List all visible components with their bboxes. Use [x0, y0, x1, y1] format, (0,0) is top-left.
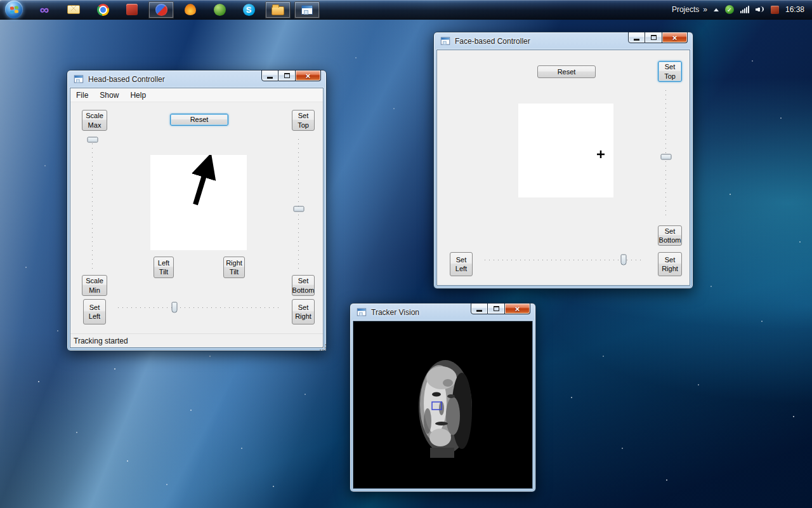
head-horizontal-slider-thumb[interactable]: [171, 302, 177, 313]
face-window-client-area: Reset Set Top Set Bottom Set Left Set Ri…: [437, 50, 690, 285]
start-button[interactable]: [5, 1, 23, 18]
taskbar-icon-visual-studio[interactable]: ∞: [32, 1, 57, 18]
projects-toolbar[interactable]: Projects »: [672, 5, 707, 14]
minimize-button[interactable]: [261, 70, 278, 81]
volume-icon[interactable]: [756, 6, 764, 13]
face-set-top-button[interactable]: Set Top: [658, 61, 682, 82]
close-icon: ×: [306, 71, 311, 81]
minimize-icon: [476, 310, 482, 312]
security-check-icon[interactable]: ✓: [725, 5, 734, 14]
taskbar-right-area: Projects » ✓ 16:38: [672, 5, 812, 14]
hidden-icons-chevron-icon[interactable]: [714, 8, 719, 11]
window-title: Face-based Controller: [455, 37, 530, 46]
camera-feed-display: [353, 321, 532, 488]
status-bar: Tracking started: [70, 333, 323, 347]
close-button[interactable]: ×: [505, 303, 530, 314]
app-window-icon: [357, 309, 366, 316]
window-caption-buttons: ×: [471, 303, 530, 314]
head-reset-button[interactable]: Reset: [170, 114, 228, 126]
head-window-client-area: Scale Max Reset Set Top Left Tilt Right …: [70, 102, 323, 333]
tracker-window-client-area: [353, 321, 532, 488]
toolbar-overflow-chevron-icon[interactable]: »: [703, 5, 707, 14]
maximize-button[interactable]: [488, 303, 505, 314]
face-vertical-slider[interactable]: [660, 88, 672, 220]
window-caption-buttons: ×: [261, 70, 321, 81]
maximize-icon: [651, 35, 657, 40]
flame-app-icon: [185, 4, 196, 15]
menu-show[interactable]: Show: [94, 89, 124, 102]
taskbar: ∞ S Projects » ✓ 16:38: [0, 0, 812, 20]
face-set-right-button[interactable]: Set Right: [658, 252, 682, 276]
head-right-tilt-button[interactable]: Right Tilt: [223, 257, 245, 278]
close-button[interactable]: ×: [296, 70, 321, 81]
head-horizontal-slider[interactable]: [116, 301, 282, 314]
tray-red-app-icon[interactable]: [771, 6, 779, 14]
taskbar-icon-flame-app[interactable]: [178, 1, 203, 18]
maximize-button[interactable]: [278, 70, 296, 81]
face-set-left-button[interactable]: Set Left: [450, 252, 473, 276]
close-button[interactable]: ×: [662, 32, 688, 43]
minimize-icon: [634, 39, 639, 41]
projects-toolbar-label: Projects: [672, 5, 699, 14]
taskbar-icon-strip: ∞ S: [32, 1, 320, 18]
face-vertical-slider-thumb[interactable]: [661, 154, 672, 160]
red-app-icon: [126, 4, 138, 15]
head-vertical-slider[interactable]: [293, 137, 304, 271]
minimize-icon: [267, 77, 273, 79]
close-icon: ×: [515, 304, 520, 314]
resize-grip[interactable]: [320, 344, 321, 345]
head-scale-slider[interactable]: [87, 137, 98, 271]
face-reset-button[interactable]: Reset: [537, 65, 596, 78]
menu-help[interactable]: Help: [124, 89, 152, 102]
face-horizontal-slider[interactable]: [483, 253, 646, 266]
face-controller-window: Face-based Controller × Reset Set Top Se…: [433, 32, 693, 289]
menu-bar: File Show Help: [70, 88, 323, 102]
visual-studio-icon: ∞: [38, 3, 51, 17]
folder-icon: [272, 6, 284, 15]
face-set-bottom-button[interactable]: Set Bottom: [658, 225, 682, 246]
head-left-tilt-button[interactable]: Left Tilt: [154, 257, 174, 278]
taskbar-icon-outlook-mail[interactable]: [61, 1, 86, 18]
people-app-icon: [214, 4, 226, 16]
skype-icon: S: [243, 4, 255, 16]
head-scale-min-button[interactable]: Scale Min: [82, 275, 107, 296]
maximize-button[interactable]: [645, 32, 662, 43]
head-direction-display: [150, 155, 247, 250]
head-set-bottom-button[interactable]: Set Bottom: [292, 275, 315, 296]
window-title: Tracker Vision: [371, 308, 419, 317]
maximize-icon: [494, 306, 499, 311]
head-set-top-button[interactable]: Set Top: [292, 110, 315, 131]
chrome-icon: [97, 4, 109, 16]
minimize-button[interactable]: [628, 32, 645, 43]
head-controller-window: Head-based Controller × File Show Help S…: [67, 70, 327, 351]
window-title: Head-based Controller: [88, 75, 165, 84]
taskbar-icon-chrome[interactable]: [90, 1, 115, 18]
window-caption-buttons: ×: [628, 32, 688, 43]
maximize-icon: [284, 73, 290, 78]
taskbar-icon-database-app[interactable]: [148, 1, 174, 18]
app-window-icon: [301, 5, 313, 15]
grayscale-face-image: [416, 358, 475, 458]
head-set-right-button[interactable]: Set Right: [292, 299, 315, 324]
app-window-icon: [441, 37, 450, 45]
head-vertical-slider-thumb[interactable]: [294, 206, 304, 212]
head-scale-max-button[interactable]: Scale Max: [82, 110, 107, 131]
taskbar-icon-skype[interactable]: S: [236, 1, 261, 18]
network-signal-icon[interactable]: [740, 6, 749, 13]
taskbar-icon-winforms-app[interactable]: [294, 1, 320, 18]
menu-file[interactable]: File: [70, 89, 94, 102]
crosshair-marker-icon: [518, 104, 613, 197]
head-set-left-button[interactable]: Set Left: [83, 299, 106, 324]
minimize-button[interactable]: [471, 303, 488, 314]
face-horizontal-slider-thumb[interactable]: [620, 255, 626, 265]
taskbar-icon-red-app[interactable]: [119, 1, 145, 18]
head-scale-slider-thumb[interactable]: [88, 137, 98, 143]
database-app-icon: [155, 4, 167, 16]
app-window-icon: [74, 76, 83, 83]
face-position-display: [518, 104, 613, 197]
taskbar-icon-people-app[interactable]: [207, 1, 232, 18]
close-icon: ×: [672, 33, 678, 43]
windows-flag-icon: [10, 6, 18, 14]
taskbar-icon-explorer[interactable]: [265, 1, 291, 18]
taskbar-clock[interactable]: 16:38: [785, 5, 804, 14]
